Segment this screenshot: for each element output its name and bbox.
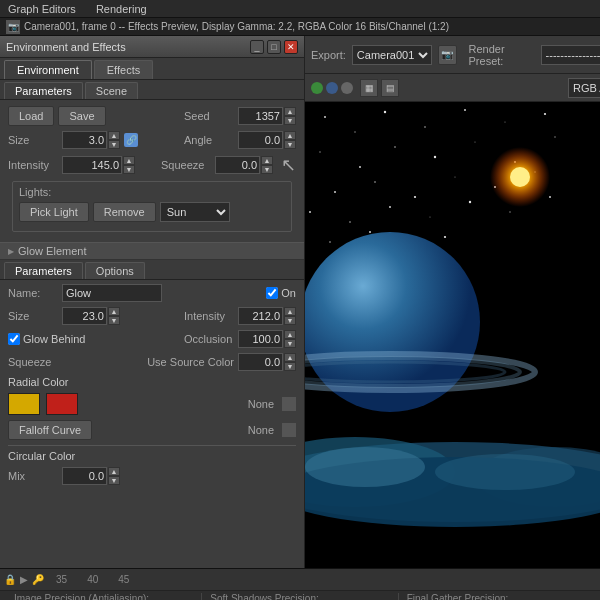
angle-input[interactable] <box>238 131 283 149</box>
glow-tab-parameters[interactable]: Parameters <box>4 262 83 279</box>
title-bar: 📷 Camera001, frame 0 -- Effects Preview,… <box>0 18 600 36</box>
radial-swatch-1[interactable] <box>8 393 40 415</box>
export-label: Export: <box>311 49 346 61</box>
subtab-parameters[interactable]: Parameters <box>4 82 83 99</box>
mix-input[interactable] <box>62 467 107 485</box>
svg-point-8 <box>359 166 361 168</box>
radial-color-swatches-row: None <box>8 393 296 415</box>
glow-on-checkbox[interactable] <box>266 287 278 299</box>
icon-small-1[interactable]: ▦ <box>360 79 378 97</box>
icon-small-2[interactable]: ▤ <box>381 79 399 97</box>
render-controls: Export: Camera001 📷 Render Preset: -----… <box>305 36 600 74</box>
size-spinner: ▲ ▼ <box>108 131 120 149</box>
glow-intensity-down[interactable]: ▼ <box>284 316 296 325</box>
intensity-up[interactable]: ▲ <box>123 156 135 165</box>
use-source-up[interactable]: ▲ <box>284 353 296 362</box>
render-icon-btn-1[interactable]: 📷 <box>438 45 456 65</box>
circular-color-section: Circular Color Mix ▲ ▼ <box>8 445 296 485</box>
link-icon[interactable]: 🔗 <box>124 133 138 147</box>
glow-size-input[interactable] <box>62 307 107 325</box>
lights-dropdown[interactable]: Sun <box>160 202 230 222</box>
gather-precision-label: Final Gather Precision: <box>407 593 586 600</box>
svg-point-4 <box>464 109 466 111</box>
use-source-down[interactable]: ▼ <box>284 362 296 371</box>
menu-rendering[interactable]: Rendering <box>92 3 151 15</box>
use-source-input[interactable] <box>238 353 283 371</box>
none-checkbox-1[interactable] <box>282 397 296 411</box>
mix-down[interactable]: ▼ <box>108 476 120 485</box>
circular-color-label: Circular Color <box>8 450 75 462</box>
remove-button[interactable]: Remove <box>93 202 156 222</box>
pick-light-button[interactable]: Pick Light <box>19 202 89 222</box>
preset-dropdown[interactable]: -------------------- <box>541 45 600 65</box>
cursor-indicator: ↖ <box>281 154 296 176</box>
right-panel: Export: Camera001 📷 Render Preset: -----… <box>305 36 600 568</box>
tab-effects[interactable]: Effects <box>94 60 153 79</box>
angle-up[interactable]: ▲ <box>284 131 296 140</box>
dot-green[interactable] <box>311 82 323 94</box>
subtab-scene[interactable]: Scene <box>85 82 138 99</box>
falloff-row: Falloff Curve None <box>8 420 296 440</box>
preset-label: Render Preset: <box>469 43 535 67</box>
seed-input[interactable] <box>238 107 283 125</box>
close-button[interactable]: ✕ <box>284 40 298 54</box>
squeeze-input[interactable] <box>215 156 260 174</box>
intensity-input[interactable] <box>62 156 122 174</box>
load-save-row: Load Save Seed ▲ ▼ <box>8 106 296 126</box>
size-down[interactable]: ▼ <box>108 140 120 149</box>
glow-size-up[interactable]: ▲ <box>108 307 120 316</box>
image-precision-label: Image Precision (Antialiasing): <box>14 593 193 600</box>
svg-point-10 <box>434 156 436 158</box>
glow-behind-checkbox[interactable] <box>8 333 20 345</box>
timeline-numbers: 35 40 45 <box>56 574 129 585</box>
load-button[interactable]: Load <box>8 106 54 126</box>
alpha-dropdown[interactable]: RGB Alpha <box>568 78 600 98</box>
intensity-down[interactable]: ▼ <box>123 165 135 174</box>
save-button[interactable]: Save <box>58 106 105 126</box>
key-icon[interactable]: 🔑 <box>32 574 44 585</box>
glow-name-row: Name: On <box>8 284 296 302</box>
menu-graph-editors[interactable]: Graph Editors <box>4 3 80 15</box>
seed-up[interactable]: ▲ <box>284 107 296 116</box>
mix-up[interactable]: ▲ <box>108 467 120 476</box>
radial-swatch-2[interactable] <box>46 393 78 415</box>
glow-name-input[interactable] <box>62 284 162 302</box>
size-input[interactable] <box>62 131 107 149</box>
dot-blue[interactable] <box>326 82 338 94</box>
svg-point-3 <box>424 126 426 128</box>
env-effects-dialog: Environment and Effects _ □ ✕ Environmen… <box>0 36 305 568</box>
render-preview: pxleyes.com <box>305 102 600 568</box>
glow-size-down[interactable]: ▼ <box>108 316 120 325</box>
glow-intensity-input[interactable] <box>238 307 283 325</box>
occlusion-down[interactable]: ▼ <box>284 339 296 348</box>
glow-squeeze-label: Squeeze <box>8 356 58 368</box>
lock-icon[interactable]: 🔒 <box>4 574 16 585</box>
seed-down[interactable]: ▼ <box>284 116 296 125</box>
falloff-curve-button[interactable]: Falloff Curve <box>8 420 92 440</box>
glow-tab-options[interactable]: Options <box>85 262 145 279</box>
camera-icon: 📷 <box>6 20 20 34</box>
glow-section-divider: Glow Element <box>0 242 304 260</box>
svg-point-23 <box>429 216 430 217</box>
seed-spinbox: ▲ ▼ <box>238 107 296 125</box>
occlusion-up[interactable]: ▲ <box>284 330 296 339</box>
maximize-button[interactable]: □ <box>267 40 281 54</box>
none-checkbox-2[interactable] <box>282 423 296 437</box>
svg-point-30 <box>444 236 446 238</box>
angle-label: Angle <box>184 134 234 146</box>
glow-parameters: Name: On Size ▲ ▼ Int <box>0 280 304 494</box>
angle-down[interactable]: ▼ <box>284 140 296 149</box>
lights-group: Lights: Pick Light Remove Sun <box>12 181 292 232</box>
glow-intensity-up[interactable]: ▲ <box>284 307 296 316</box>
size-up[interactable]: ▲ <box>108 131 120 140</box>
occlusion-input[interactable] <box>238 330 283 348</box>
minimize-button[interactable]: _ <box>250 40 264 54</box>
dot-gray[interactable] <box>341 82 353 94</box>
camera-dropdown[interactable]: Camera001 <box>352 45 433 65</box>
tab-environment[interactable]: Environment <box>4 60 92 79</box>
occlusion-label: Occlusion <box>184 333 234 345</box>
squeeze-down[interactable]: ▼ <box>261 165 273 174</box>
play-icon[interactable]: ▶ <box>20 574 28 585</box>
squeeze-up[interactable]: ▲ <box>261 156 273 165</box>
svg-point-41 <box>305 447 425 487</box>
